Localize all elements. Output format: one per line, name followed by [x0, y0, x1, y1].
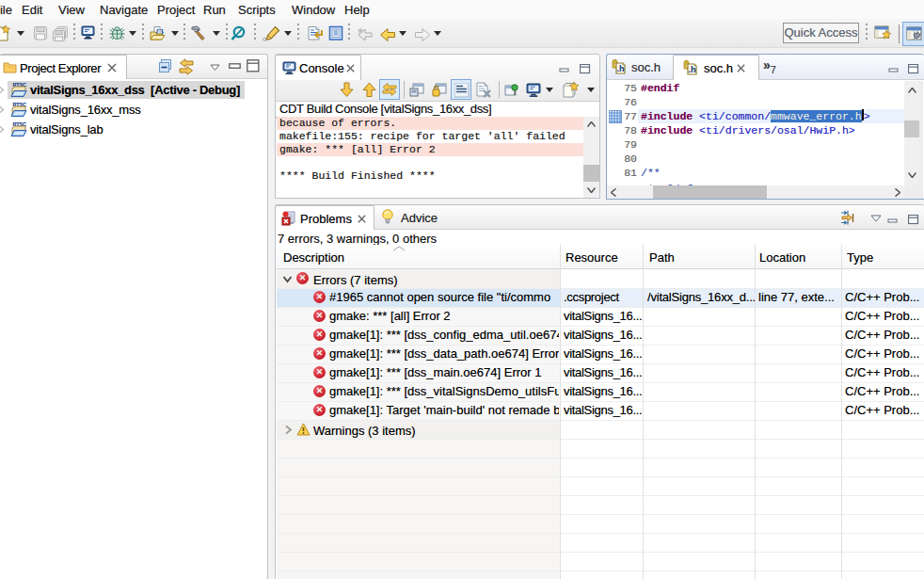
svg-text:.h: .h [616, 64, 624, 73]
svg-text:.h: .h [688, 65, 695, 74]
